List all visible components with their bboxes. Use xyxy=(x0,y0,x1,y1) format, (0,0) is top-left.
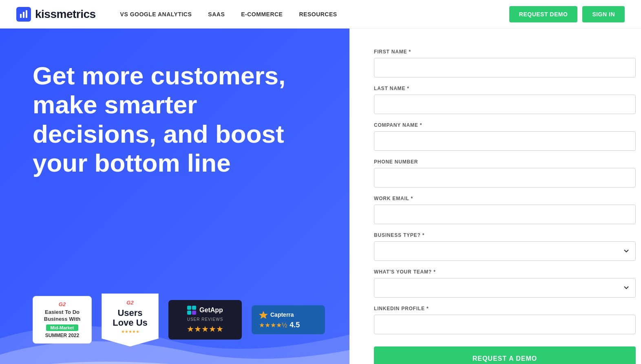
g2-users-logo-icon: G2 xyxy=(126,300,133,306)
navbar: kissmetrics VS GOOGLE ANALYTICS SAAS E-C… xyxy=(0,0,641,29)
company-name-label: COMPANY NAME * xyxy=(374,122,636,128)
business-type-select[interactable]: SaaS E-Commerce Agency Other xyxy=(374,241,636,261)
badge-g2-users: G2 Users Love Us ★★★★★ xyxy=(102,293,159,346)
work-email-input[interactable] xyxy=(374,205,636,224)
g2-users-top: G2 xyxy=(108,300,152,306)
team-group: WHAT'S YOUR TEAM? * Marketing Product Sa… xyxy=(374,269,636,298)
company-name-group: COMPANY NAME * xyxy=(374,122,636,151)
getapp-stars: ★★★★★ xyxy=(177,324,234,334)
last-name-group: LAST NAME * xyxy=(374,86,636,114)
g2-easy-main-text: Easiest To Do Business With xyxy=(40,309,85,323)
last-name-label: LAST NAME * xyxy=(374,86,636,91)
capterra-name: Capterra xyxy=(270,311,294,318)
g2-easy-top: G2 xyxy=(40,301,85,307)
badge-getapp: GetApp USER REVIEWS ★★★★★ xyxy=(168,300,242,340)
badge-capterra: Capterra ★★★★½ 4.5 xyxy=(252,305,325,334)
g2-users-title: Users Love Us xyxy=(108,308,152,328)
svg-rect-6 xyxy=(192,311,196,315)
work-email-group: WORK EMAIL * xyxy=(374,196,636,224)
linkedin-label: LINKEDIN PROFILE * xyxy=(374,306,636,311)
form-panel: FIRST NAME * LAST NAME * COMPANY NAME * … xyxy=(349,29,641,364)
g2-easy-season: SUMMER 2022 xyxy=(40,333,85,338)
svg-marker-7 xyxy=(259,311,268,319)
signin-button[interactable]: SIGN IN xyxy=(582,6,625,22)
getapp-sub: USER REVIEWS xyxy=(177,317,234,322)
capterra-stars: ★★★★½ xyxy=(259,321,287,329)
nav-ecommerce[interactable]: E-COMMERCE xyxy=(241,11,283,18)
logo-text: kissmetrics xyxy=(35,8,96,21)
team-select[interactable]: Marketing Product Sales Engineering xyxy=(374,278,636,298)
left-panel: Get more customers, make smarter decisio… xyxy=(0,29,349,364)
capterra-icon xyxy=(259,310,268,319)
capterra-bottom: ★★★★½ 4.5 xyxy=(259,321,300,329)
nav-links: VS GOOGLE ANALYTICS SAAS E-COMMERCE RESO… xyxy=(120,11,509,18)
last-name-input[interactable] xyxy=(374,95,636,114)
badge-g2-easiest: G2 Easiest To Do Business With Mid-Marke… xyxy=(33,296,92,344)
business-type-group: BUSINESS TYPE? * SaaS E-Commerce Agency … xyxy=(374,232,636,261)
first-name-input[interactable] xyxy=(374,58,636,77)
capterra-content: Capterra ★★★★½ 4.5 xyxy=(259,310,300,329)
linkedin-input[interactable] xyxy=(374,315,636,334)
phone-input[interactable] xyxy=(374,168,636,188)
nav-vs-google[interactable]: VS GOOGLE ANALYTICS xyxy=(120,11,192,18)
badges-row: G2 Easiest To Do Business With Mid-Marke… xyxy=(33,293,325,363)
main-content: Get more customers, make smarter decisio… xyxy=(0,29,641,364)
svg-rect-1 xyxy=(23,12,24,18)
getapp-name: GetApp xyxy=(199,307,223,314)
g2-easy-pill: Mid-Market xyxy=(46,324,78,331)
g2-users-stars: ★★★★★ xyxy=(108,329,152,334)
svg-rect-2 xyxy=(26,10,27,18)
nav-buttons: REQUEST DEMO SIGN IN xyxy=(509,6,625,22)
svg-rect-3 xyxy=(187,306,191,310)
phone-group: PHONE NUMBER xyxy=(374,159,636,188)
g2-logo-icon: G2 xyxy=(59,301,66,307)
hero-title: Get more customers, make smarter decisio… xyxy=(33,61,298,177)
logo-icon xyxy=(16,7,31,22)
svg-rect-0 xyxy=(20,14,22,18)
getapp-icon xyxy=(187,306,196,315)
linkedin-group: LINKEDIN PROFILE * xyxy=(374,306,636,334)
nav-saas[interactable]: SAAS xyxy=(208,11,225,18)
work-email-label: WORK EMAIL * xyxy=(374,196,636,201)
first-name-label: FIRST NAME * xyxy=(374,49,636,55)
team-label: WHAT'S YOUR TEAM? * xyxy=(374,269,636,275)
capterra-top: Capterra xyxy=(259,310,294,319)
svg-rect-5 xyxy=(187,311,191,315)
phone-label: PHONE NUMBER xyxy=(374,159,636,165)
company-name-input[interactable] xyxy=(374,131,636,151)
nav-resources[interactable]: RESOURCES xyxy=(299,11,337,18)
request-demo-submit-button[interactable]: REQUEST A DEMO xyxy=(374,346,636,364)
logo-link[interactable]: kissmetrics xyxy=(16,7,96,22)
getapp-header: GetApp xyxy=(177,306,234,315)
capterra-score: 4.5 xyxy=(290,321,300,329)
first-name-group: FIRST NAME * xyxy=(374,49,636,77)
request-demo-nav-button[interactable]: REQUEST DEMO xyxy=(509,6,578,22)
demo-request-form: FIRST NAME * LAST NAME * COMPANY NAME * … xyxy=(374,49,636,364)
svg-rect-4 xyxy=(192,306,196,310)
business-type-label: BUSINESS TYPE? * xyxy=(374,232,636,238)
